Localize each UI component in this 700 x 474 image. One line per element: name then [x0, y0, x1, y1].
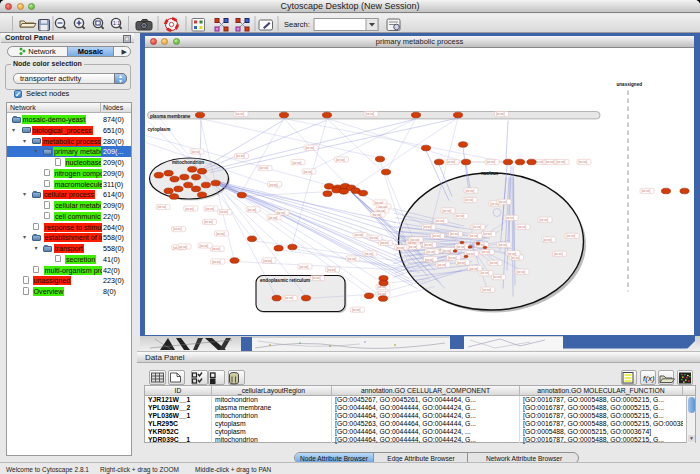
svg-text:[xx:xx]: [xx:xx]: [473, 225, 482, 229]
svg-text:[xx:xx]: [xx:xx]: [269, 182, 278, 186]
svg-text:[xx:xx]: [xx:xx]: [366, 112, 375, 116]
svg-text:[xx:xx]: [xx:xx]: [355, 233, 364, 237]
svg-text:[xx:xx]: [xx:xx]: [336, 157, 345, 161]
svg-text:[xx:xx]: [xx:xx]: [236, 154, 245, 158]
svg-text:[xx:xx]: [xx:xx]: [448, 255, 457, 259]
svg-text:[xx:xx]: [xx:xx]: [465, 198, 474, 202]
svg-text:nucleus: nucleus: [481, 171, 499, 176]
svg-text:[xx:xx]: [xx:xx]: [277, 210, 286, 214]
svg-text:[xx:xx]: [xx:xx]: [425, 257, 434, 261]
svg-text:[xx:xx]: [xx:xx]: [204, 220, 213, 224]
svg-text:[xx:xx]: [xx:xx]: [248, 207, 257, 211]
svg-text:[xx:xx]: [xx:xx]: [304, 169, 313, 173]
svg-text:[xx:xx]: [xx:xx]: [200, 243, 209, 247]
svg-text:[xx:xx]: [xx:xx]: [260, 166, 269, 170]
svg-text:[xx:xx]: [xx:xx]: [263, 258, 272, 262]
svg-text:[xx:xx]: [xx:xx]: [447, 160, 456, 164]
svg-text:f(x): f(x): [643, 374, 655, 383]
svg-text:[xx:xx]: [xx:xx]: [579, 160, 588, 164]
svg-text:[xx:xx]: [xx:xx]: [216, 231, 225, 235]
svg-text:[xx:xx]: [xx:xx]: [466, 188, 475, 192]
svg-text:[xx:xx]: [xx:xx]: [499, 200, 508, 204]
svg-text:[xx:xx]: [xx:xx]: [487, 160, 496, 164]
svg-text:[xx:xx]: [xx:xx]: [543, 237, 552, 241]
svg-text:unassigned: unassigned: [617, 82, 643, 87]
svg-text:[xx:xx]: [xx:xx]: [173, 227, 182, 231]
svg-text:[xx:xx]: [xx:xx]: [179, 244, 188, 248]
svg-text:[xx:xx]: [xx:xx]: [348, 256, 357, 260]
svg-text:[xx:xx]: [xx:xx]: [443, 208, 452, 212]
svg-text:[xx:xx]: [xx:xx]: [212, 259, 221, 263]
svg-text:[xx:xx]: [xx:xx]: [192, 149, 201, 153]
svg-text:Search:: Search:: [284, 20, 310, 29]
svg-text:[xx:xx]: [xx:xx]: [450, 232, 459, 236]
svg-text:[xx:xx]: [xx:xx]: [424, 243, 433, 247]
svg-text:[xx:xx]: [xx:xx]: [499, 243, 508, 247]
svg-text:[xx:xx]: [xx:xx]: [493, 275, 502, 279]
svg-text:[xx:xx]: [xx:xx]: [352, 308, 361, 312]
svg-text:[xx:xx]: [xx:xx]: [212, 247, 221, 251]
svg-text:[xx:xx]: [xx:xx]: [457, 260, 466, 264]
svg-text:[xx:xx]: [xx:xx]: [466, 251, 475, 255]
svg-text:[xx:xx]: [xx:xx]: [481, 271, 490, 275]
svg-text:[xx:xx]: [xx:xx]: [370, 236, 379, 240]
svg-text:[xx:xx]: [xx:xx]: [482, 250, 491, 254]
svg-text:[xx:xx]: [xx:xx]: [517, 270, 526, 274]
svg-text:[xx:xx]: [xx:xx]: [557, 160, 566, 164]
svg-text:[xx:xx]: [xx:xx]: [306, 146, 315, 150]
svg-text:[xx:xx]: [xx:xx]: [482, 288, 491, 292]
svg-text:[xx:xx]: [xx:xx]: [312, 276, 321, 280]
svg-text:[xx:xx]: [xx:xx]: [490, 261, 499, 265]
svg-text:[xx:xx]: [xx:xx]: [396, 245, 405, 249]
svg-text:[xx:xx]: [xx:xx]: [365, 251, 374, 255]
svg-text:[xx:xx]: [xx:xx]: [457, 244, 466, 248]
svg-text:[xx:xx]: [xx:xx]: [409, 244, 418, 248]
svg-text:[xx:xx]: [xx:xx]: [483, 232, 492, 236]
svg-text:[xx:xx]: [xx:xx]: [443, 248, 452, 252]
svg-text:[xx:xx]: [xx:xx]: [185, 206, 194, 210]
svg-text:[xx:xx]: [xx:xx]: [219, 210, 228, 214]
svg-text:[xx:xx]: [xx:xx]: [432, 234, 441, 238]
svg-text:[xx:xx]: [xx:xx]: [508, 251, 517, 255]
svg-text:[xx:xx]: [xx:xx]: [438, 262, 447, 266]
svg-text:[xx:xx]: [xx:xx]: [423, 225, 432, 229]
svg-text:[xx:xx]: [xx:xx]: [470, 266, 479, 270]
svg-text:[xx:xx]: [xx:xx]: [436, 219, 445, 223]
svg-text:plasma membrane: plasma membrane: [150, 113, 191, 118]
svg-text:[xx:xx]: [xx:xx]: [206, 206, 215, 210]
svg-text:[xx:xx]: [xx:xx]: [327, 267, 336, 271]
svg-text:[xx:xx]: [xx:xx]: [373, 212, 382, 216]
svg-text:[xx:xx]: [xx:xx]: [506, 216, 515, 220]
svg-text:[xx:xx]: [xx:xx]: [269, 215, 278, 219]
svg-text:[xx:xx]: [xx:xx]: [496, 112, 505, 116]
svg-text:mitochondrion: mitochondrion: [172, 159, 204, 164]
svg-text:[xx:xx]: [xx:xx]: [427, 249, 436, 253]
svg-text:1:1: 1:1: [113, 20, 120, 26]
svg-text:[xx:xx]: [xx:xx]: [285, 296, 294, 300]
svg-text:[xx:xx]: [xx:xx]: [456, 214, 465, 218]
svg-text:[xx:xx]: [xx:xx]: [158, 205, 167, 209]
svg-text:[xx:xx]: [xx:xx]: [470, 234, 479, 238]
svg-text:cytoplasm: cytoplasm: [148, 127, 171, 132]
svg-text:[xx:xx]: [xx:xx]: [293, 160, 302, 164]
svg-text:[xx:xx]: [xx:xx]: [236, 112, 245, 116]
svg-text:[xx:xx]: [xx:xx]: [380, 241, 389, 245]
svg-text:[xx:xx]: [xx:xx]: [411, 237, 420, 241]
svg-text:[xx:xx]: [xx:xx]: [546, 160, 555, 164]
svg-text:[xx:xx]: [xx:xx]: [642, 189, 651, 193]
svg-text:[xx:xx]: [xx:xx]: [300, 264, 309, 268]
svg-text:[xx:xx]: [xx:xx]: [511, 255, 520, 259]
svg-text:endoplasmic reticulum: endoplasmic reticulum: [260, 278, 310, 283]
svg-text:[xx:xx]: [xx:xx]: [567, 234, 576, 238]
svg-text:[xx:xx]: [xx:xx]: [518, 225, 527, 229]
svg-text:[xx:xx]: [xx:xx]: [554, 252, 563, 256]
svg-text:[xx:xx]: [xx:xx]: [540, 218, 549, 222]
